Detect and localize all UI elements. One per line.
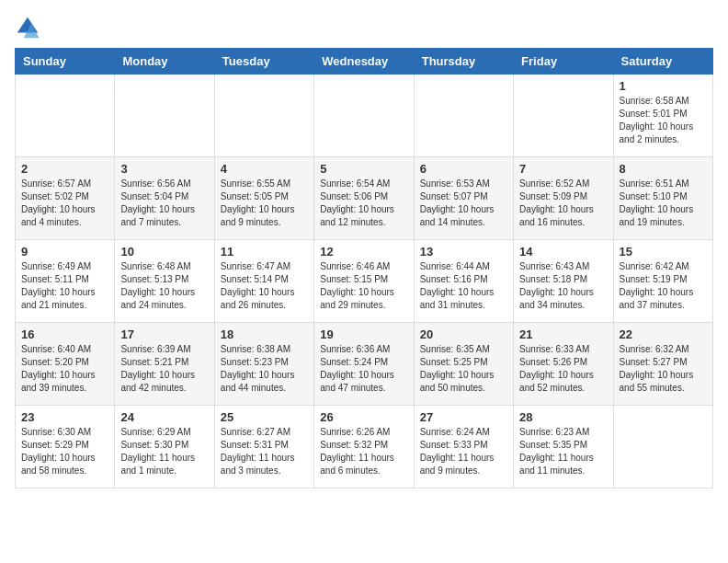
calendar-cell <box>214 75 313 157</box>
day-info: Sunrise: 6:47 AM Sunset: 5:14 PM Dayligh… <box>221 260 308 312</box>
day-number: 12 <box>320 245 407 259</box>
calendar-week-4: 16Sunrise: 6:40 AM Sunset: 5:20 PM Dayli… <box>16 323 713 406</box>
weekday-header-friday: Friday <box>514 49 613 75</box>
calendar-cell: 4Sunrise: 6:55 AM Sunset: 5:05 PM Daylig… <box>214 157 313 240</box>
calendar-cell: 24Sunrise: 6:29 AM Sunset: 5:30 PM Dayli… <box>115 406 214 488</box>
calendar-cell: 16Sunrise: 6:40 AM Sunset: 5:20 PM Dayli… <box>16 323 115 406</box>
day-info: Sunrise: 6:26 AM Sunset: 5:32 PM Dayligh… <box>320 426 407 477</box>
weekday-header-tuesday: Tuesday <box>214 49 313 75</box>
day-number: 8 <box>620 162 707 176</box>
weekday-header-monday: Monday <box>115 49 214 75</box>
calendar-cell: 5Sunrise: 6:54 AM Sunset: 5:06 PM Daylig… <box>314 157 414 240</box>
calendar-cell: 25Sunrise: 6:27 AM Sunset: 5:31 PM Dayli… <box>214 406 313 488</box>
day-number: 10 <box>120 245 208 259</box>
calendar-week-1: 1Sunrise: 6:58 AM Sunset: 5:01 PM Daylig… <box>16 75 713 157</box>
calendar-header: SundayMondayTuesdayWednesdayThursdayFrid… <box>16 49 713 75</box>
calendar-cell: 17Sunrise: 6:39 AM Sunset: 5:21 PM Dayli… <box>115 323 214 406</box>
calendar-cell: 12Sunrise: 6:46 AM Sunset: 5:15 PM Dayli… <box>314 240 414 323</box>
day-info: Sunrise: 6:35 AM Sunset: 5:25 PM Dayligh… <box>420 343 507 395</box>
day-info: Sunrise: 6:46 AM Sunset: 5:15 PM Dayligh… <box>320 260 407 312</box>
day-info: Sunrise: 6:32 AM Sunset: 5:27 PM Dayligh… <box>620 343 707 395</box>
day-number: 1 <box>620 79 707 93</box>
day-number: 4 <box>221 162 308 176</box>
day-number: 11 <box>221 245 308 259</box>
day-number: 18 <box>221 327 308 341</box>
day-number: 6 <box>420 162 507 176</box>
weekday-header-wednesday: Wednesday <box>314 49 414 75</box>
day-info: Sunrise: 6:56 AM Sunset: 5:04 PM Dayligh… <box>120 178 208 229</box>
calendar-cell <box>514 75 613 157</box>
day-info: Sunrise: 6:42 AM Sunset: 5:19 PM Dayligh… <box>620 260 707 312</box>
calendar-week-3: 9Sunrise: 6:49 AM Sunset: 5:11 PM Daylig… <box>16 240 713 323</box>
logo-icon <box>15 15 40 40</box>
calendar-cell: 22Sunrise: 6:32 AM Sunset: 5:27 PM Dayli… <box>613 323 712 406</box>
day-info: Sunrise: 6:49 AM Sunset: 5:11 PM Dayligh… <box>21 260 108 312</box>
day-info: Sunrise: 6:43 AM Sunset: 5:18 PM Dayligh… <box>519 260 607 312</box>
weekday-header-sunday: Sunday <box>16 49 115 75</box>
day-number: 23 <box>21 410 108 424</box>
calendar-cell <box>314 75 414 157</box>
calendar-cell: 26Sunrise: 6:26 AM Sunset: 5:32 PM Dayli… <box>314 406 414 488</box>
day-number: 13 <box>420 245 507 259</box>
day-info: Sunrise: 6:38 AM Sunset: 5:23 PM Dayligh… <box>221 343 308 395</box>
day-info: Sunrise: 6:48 AM Sunset: 5:13 PM Dayligh… <box>120 260 208 312</box>
calendar-cell: 14Sunrise: 6:43 AM Sunset: 5:18 PM Dayli… <box>514 240 613 323</box>
day-number: 21 <box>519 327 607 341</box>
day-info: Sunrise: 6:36 AM Sunset: 5:24 PM Dayligh… <box>320 343 407 395</box>
calendar-cell: 23Sunrise: 6:30 AM Sunset: 5:29 PM Dayli… <box>16 406 115 488</box>
day-number: 16 <box>21 327 108 341</box>
calendar-week-5: 23Sunrise: 6:30 AM Sunset: 5:29 PM Dayli… <box>16 406 713 488</box>
calendar-week-2: 2Sunrise: 6:57 AM Sunset: 5:02 PM Daylig… <box>16 157 713 240</box>
day-number: 14 <box>519 245 607 259</box>
calendar-table: SundayMondayTuesdayWednesdayThursdayFrid… <box>15 48 713 488</box>
calendar-cell: 21Sunrise: 6:33 AM Sunset: 5:26 PM Dayli… <box>514 323 613 406</box>
day-number: 27 <box>420 410 507 424</box>
day-info: Sunrise: 6:54 AM Sunset: 5:06 PM Dayligh… <box>320 178 407 229</box>
weekday-header-thursday: Thursday <box>414 49 513 75</box>
calendar-cell: 2Sunrise: 6:57 AM Sunset: 5:02 PM Daylig… <box>16 157 115 240</box>
calendar-cell: 8Sunrise: 6:51 AM Sunset: 5:10 PM Daylig… <box>613 157 712 240</box>
calendar-cell: 19Sunrise: 6:36 AM Sunset: 5:24 PM Dayli… <box>314 323 414 406</box>
calendar-cell <box>16 75 115 157</box>
day-number: 22 <box>620 327 707 341</box>
day-info: Sunrise: 6:23 AM Sunset: 5:35 PM Dayligh… <box>519 426 607 477</box>
day-info: Sunrise: 6:57 AM Sunset: 5:02 PM Dayligh… <box>21 178 108 229</box>
day-number: 17 <box>120 327 208 341</box>
weekday-header-saturday: Saturday <box>613 49 712 75</box>
day-info: Sunrise: 6:30 AM Sunset: 5:29 PM Dayligh… <box>21 426 108 477</box>
day-info: Sunrise: 6:58 AM Sunset: 5:01 PM Dayligh… <box>620 95 707 146</box>
day-number: 15 <box>620 245 707 259</box>
day-info: Sunrise: 6:40 AM Sunset: 5:20 PM Dayligh… <box>21 343 108 395</box>
day-number: 28 <box>519 410 607 424</box>
day-info: Sunrise: 6:52 AM Sunset: 5:09 PM Dayligh… <box>519 178 607 229</box>
day-info: Sunrise: 6:51 AM Sunset: 5:10 PM Dayligh… <box>620 178 707 229</box>
calendar-cell: 10Sunrise: 6:48 AM Sunset: 5:13 PM Dayli… <box>115 240 214 323</box>
calendar-cell <box>115 75 214 157</box>
calendar-cell: 27Sunrise: 6:24 AM Sunset: 5:33 PM Dayli… <box>414 406 513 488</box>
calendar-cell <box>414 75 513 157</box>
day-number: 20 <box>420 327 507 341</box>
day-info: Sunrise: 6:53 AM Sunset: 5:07 PM Dayligh… <box>420 178 507 229</box>
day-info: Sunrise: 6:39 AM Sunset: 5:21 PM Dayligh… <box>120 343 208 395</box>
calendar-cell: 7Sunrise: 6:52 AM Sunset: 5:09 PM Daylig… <box>514 157 613 240</box>
day-info: Sunrise: 6:29 AM Sunset: 5:30 PM Dayligh… <box>120 426 208 477</box>
day-info: Sunrise: 6:24 AM Sunset: 5:33 PM Dayligh… <box>420 426 507 477</box>
day-number: 25 <box>221 410 308 424</box>
page-header <box>15 15 713 40</box>
calendar-cell: 13Sunrise: 6:44 AM Sunset: 5:16 PM Dayli… <box>414 240 513 323</box>
day-number: 7 <box>519 162 607 176</box>
calendar-cell: 9Sunrise: 6:49 AM Sunset: 5:11 PM Daylig… <box>16 240 115 323</box>
day-number: 24 <box>120 410 208 424</box>
calendar-cell: 18Sunrise: 6:38 AM Sunset: 5:23 PM Dayli… <box>214 323 313 406</box>
day-info: Sunrise: 6:27 AM Sunset: 5:31 PM Dayligh… <box>221 426 308 477</box>
calendar-cell <box>613 406 712 488</box>
day-number: 26 <box>320 410 407 424</box>
day-info: Sunrise: 6:44 AM Sunset: 5:16 PM Dayligh… <box>420 260 507 312</box>
calendar-cell: 3Sunrise: 6:56 AM Sunset: 5:04 PM Daylig… <box>115 157 214 240</box>
day-number: 3 <box>120 162 208 176</box>
calendar-cell: 1Sunrise: 6:58 AM Sunset: 5:01 PM Daylig… <box>613 75 712 157</box>
calendar-cell: 11Sunrise: 6:47 AM Sunset: 5:14 PM Dayli… <box>214 240 313 323</box>
day-number: 5 <box>320 162 407 176</box>
day-number: 19 <box>320 327 407 341</box>
calendar-cell: 20Sunrise: 6:35 AM Sunset: 5:25 PM Dayli… <box>414 323 513 406</box>
